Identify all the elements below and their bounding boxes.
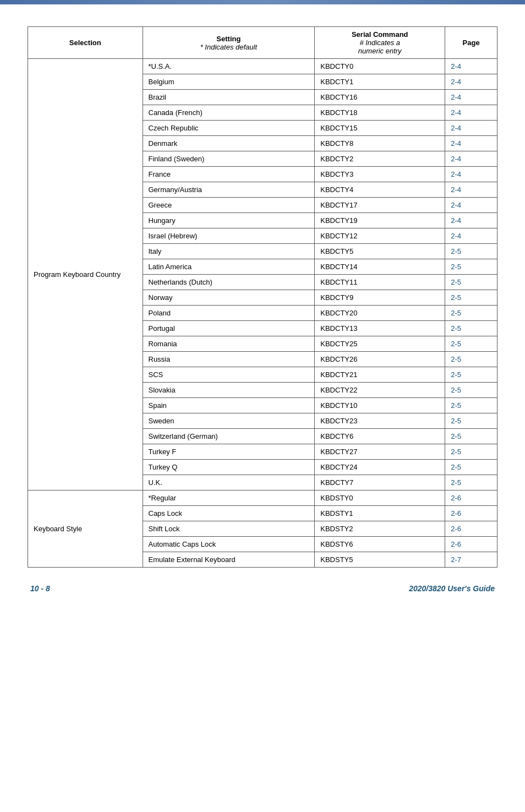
page-content: Selection Setting * Indicates default Se… — [0, 4, 525, 626]
setting-cell: Belgium — [143, 74, 315, 90]
page-cell: 2-4 — [445, 228, 497, 244]
selection-cell: Program Keyboard Country — [28, 59, 143, 491]
setting-cell: Germany/Austria — [143, 182, 315, 198]
page-cell: 2-4 — [445, 59, 497, 74]
setting-cell: Denmark — [143, 136, 315, 151]
setting-cell: *Regular — [143, 491, 315, 506]
command-cell: KBDSTY5 — [315, 552, 445, 568]
setting-cell: Slovakia — [143, 383, 315, 398]
page-link: 2-5 — [451, 309, 461, 317]
page-cell: 2-5 — [445, 367, 497, 383]
setting-cell: Sweden — [143, 413, 315, 429]
page-cell: 2-4 — [445, 151, 497, 167]
page-link: 2-5 — [451, 340, 461, 348]
table-row: Program Keyboard Country*U.S.A.KBDCTY02-… — [28, 59, 497, 74]
command-cell: KBDCTY24 — [315, 460, 445, 475]
page-link: 2-5 — [451, 370, 461, 379]
command-cell: KBDCTY10 — [315, 398, 445, 413]
setting-cell: SCS — [143, 367, 315, 383]
footer-page-number: 10 - 8 — [30, 584, 50, 593]
setting-cell: Greece — [143, 198, 315, 213]
page-link: 2-7 — [451, 555, 461, 564]
command-cell: KBDCTY5 — [315, 244, 445, 259]
command-cell: KBDCTY9 — [315, 290, 445, 306]
page-link: 2-5 — [451, 355, 461, 363]
page-link: 2-5 — [451, 278, 461, 286]
page-cell: 2-6 — [445, 491, 497, 506]
page-link: 2-4 — [451, 62, 461, 70]
page-cell: 2-5 — [445, 290, 497, 306]
page-cell: 2-5 — [445, 475, 497, 491]
page-link: 2-4 — [451, 108, 461, 117]
command-cell: KBDCTY17 — [315, 198, 445, 213]
page-link: 2-6 — [451, 540, 461, 548]
page-cell: 2-5 — [445, 429, 497, 444]
command-cell: KBDCTY15 — [315, 121, 445, 136]
page-link: 2-5 — [451, 247, 461, 255]
command-cell: KBDCTY0 — [315, 59, 445, 74]
page-cell: 2-4 — [445, 105, 497, 121]
setting-cell: Poland — [143, 306, 315, 321]
command-cell: KBDCTY7 — [315, 475, 445, 491]
command-cell: KBDCTY18 — [315, 105, 445, 121]
command-cell: KBDCTY11 — [315, 275, 445, 290]
setting-cell: Norway — [143, 290, 315, 306]
setting-cell: Russia — [143, 352, 315, 367]
setting-cell: Spain — [143, 398, 315, 413]
command-cell: KBDCTY2 — [315, 151, 445, 167]
setting-cell: Hungary — [143, 213, 315, 228]
header-page: Page — [445, 27, 497, 59]
top-bar — [0, 0, 525, 4]
page-link: 2-4 — [451, 93, 461, 101]
page-cell: 2-5 — [445, 413, 497, 429]
command-cell: KBDCTY19 — [315, 213, 445, 228]
page-link: 2-4 — [451, 201, 461, 209]
setting-cell: Brazil — [143, 90, 315, 105]
command-cell: KBDCTY27 — [315, 444, 445, 460]
page-link: 2-4 — [451, 78, 461, 86]
command-cell: KBDCTY12 — [315, 228, 445, 244]
setting-cell: Czech Republic — [143, 121, 315, 136]
command-cell: KBDSTY0 — [315, 491, 445, 506]
page-cell: 2-5 — [445, 398, 497, 413]
page-cell: 2-6 — [445, 537, 497, 552]
page-link: 2-5 — [451, 324, 461, 333]
page-cell: 2-6 — [445, 506, 497, 521]
page-link: 2-5 — [451, 448, 461, 456]
page-link: 2-6 — [451, 509, 461, 517]
page-cell: 2-4 — [445, 74, 497, 90]
page-cell: 2-4 — [445, 182, 497, 198]
page-cell: 2-4 — [445, 198, 497, 213]
page-cell: 2-5 — [445, 383, 497, 398]
command-cell: KBDSTY6 — [315, 537, 445, 552]
command-cell: KBDCTY20 — [315, 306, 445, 321]
page-link: 2-5 — [451, 432, 461, 440]
page-cell: 2-5 — [445, 460, 497, 475]
page-link: 2-6 — [451, 525, 461, 533]
setting-cell: Automatic Caps Lock — [143, 537, 315, 552]
page-cell: 2-4 — [445, 121, 497, 136]
command-cell: KBDCTY14 — [315, 259, 445, 275]
selection-cell: Keyboard Style — [28, 491, 143, 568]
setting-cell: Latin America — [143, 259, 315, 275]
page-link: 2-4 — [451, 139, 461, 148]
page-link: 2-5 — [451, 263, 461, 271]
setting-cell: *U.S.A. — [143, 59, 315, 74]
command-cell: KBDCTY21 — [315, 367, 445, 383]
page-link: 2-4 — [451, 216, 461, 225]
header-command: Serial Command # Indicates a numeric ent… — [315, 27, 445, 59]
page-link: 2-5 — [451, 386, 461, 394]
setting-cell: Italy — [143, 244, 315, 259]
setting-cell: Switzerland (German) — [143, 429, 315, 444]
setting-cell: Netherlands (Dutch) — [143, 275, 315, 290]
page-link: 2-5 — [451, 417, 461, 425]
page-cell: 2-5 — [445, 306, 497, 321]
page-cell: 2-6 — [445, 521, 497, 537]
main-table: Selection Setting * Indicates default Se… — [28, 26, 497, 568]
command-cell: KBDCTY1 — [315, 74, 445, 90]
header-selection: Selection — [28, 27, 143, 59]
page-link: 2-5 — [451, 401, 461, 410]
command-cell: KBDCTY6 — [315, 429, 445, 444]
command-cell: KBDCTY22 — [315, 383, 445, 398]
setting-cell: Turkey Q — [143, 460, 315, 475]
